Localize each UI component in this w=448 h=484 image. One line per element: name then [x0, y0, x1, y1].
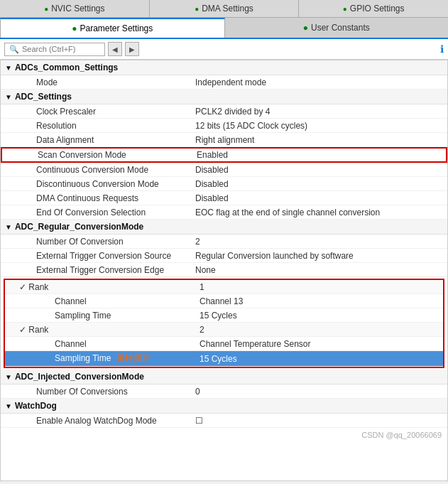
- section-adc-injected-label: ADC_Injected_ConversionMode: [15, 372, 144, 382]
- param-clock-value: PCLK2 divided by 4: [192, 107, 447, 117]
- row-rank1-channel: Channel Channel 13: [5, 294, 443, 308]
- param-align-value: Right alignment: [192, 135, 447, 145]
- chinese-label: 采样周期: [116, 353, 151, 363]
- row-rank2-channel: Channel Channel Temperature Sensor: [5, 337, 443, 351]
- param-eoc-value: EOC flag at the end of single channel co…: [192, 208, 447, 217]
- param-mode-name: Mode: [1, 77, 192, 87]
- tab-dma-settings[interactable]: ● DMA Settings: [150, 0, 300, 17]
- param-wd-name: Enable Analog WatchDog Mode: [1, 416, 192, 426]
- row-num-conversions: Number Of Conversions 0: [1, 384, 447, 399]
- row-ext-trigger-edge: External Trigger Conversion Edge None: [1, 263, 447, 277]
- param-label: Parameter Settings: [80, 23, 153, 33]
- row-continuous-conv: Continuous Conversion Mode Disabled: [1, 163, 447, 177]
- param-r2-channel-name: Channel: [5, 339, 197, 349]
- toolbar: 🔍 ◀ ▶ ℹ: [0, 39, 448, 60]
- rank1-value: 1: [197, 282, 443, 292]
- row-rank1-sampling: Sampling Time 15 Cycles: [5, 308, 443, 323]
- param-discont-value: Disabled: [192, 179, 447, 189]
- param-align-name: Data Alignment: [1, 135, 192, 145]
- param-r2-channel-value: Channel Temperature Sensor: [197, 339, 443, 349]
- rank1-chevron: ✓: [19, 282, 28, 292]
- section-adc-regular: ▼ ADC_Regular_ConversionMode: [1, 220, 447, 235]
- gpio-label: GPIO Settings: [350, 4, 405, 14]
- param-r1-sampling-name: Sampling Time: [5, 311, 197, 321]
- row-num-conversion: Number Of Conversion 2: [1, 235, 447, 249]
- nav-next-button[interactable]: ▶: [125, 42, 139, 56]
- param-res-value: 12 bits (15 ADC Clock cycles): [192, 121, 447, 131]
- chevron-adc-settings: ▼: [5, 93, 12, 101]
- search-input[interactable]: [22, 45, 100, 53]
- param-r2-sampling-value: 15 Cycles: [197, 354, 443, 364]
- param-res-name: Resolution: [1, 121, 192, 131]
- tab-gpio-settings[interactable]: ● GPIO Settings: [299, 0, 448, 17]
- param-numconvs-name: Number Of Conversions: [1, 387, 192, 397]
- param-dma-name: DMA Continuous Requests: [1, 193, 192, 203]
- section-adc-common-label: ADCs_Common_Settings: [15, 63, 118, 72]
- chevron-watchdog: ▼: [5, 402, 12, 410]
- rank1-label: ✓ Rank: [5, 282, 197, 292]
- nvic-label: NVIC Settings: [51, 4, 104, 14]
- top-tab-bar: ● NVIC Settings ● DMA Settings ● GPIO Se…: [0, 0, 448, 18]
- param-extedge-value: None: [192, 265, 447, 275]
- section-adc-settings-label: ADC_Settings: [15, 92, 72, 102]
- param-dot: ●: [72, 23, 77, 33]
- row-data-alignment: Data Alignment Right alignment: [1, 133, 447, 147]
- search-icon: 🔍: [9, 45, 19, 54]
- param-r1-sampling-value: 15 Cycles: [197, 311, 443, 321]
- param-dma-value: Disabled: [192, 193, 447, 203]
- section-adc-common: ▼ ADCs_Common_Settings: [1, 60, 447, 75]
- row-mode: Mode Independent mode: [1, 75, 447, 90]
- row-enable-watchdog: Enable Analog WatchDog Mode ☐: [1, 414, 447, 428]
- param-scan-value: Enabled: [194, 150, 446, 160]
- section-watchdog-label: WatchDog: [15, 401, 57, 411]
- rank2-value: 2: [197, 325, 443, 335]
- rank2-label: ✓ Rank: [5, 325, 197, 335]
- watermark: CSDN @qq_20066069: [1, 428, 447, 442]
- second-tab-bar: ● Parameter Settings ● User Constants: [0, 18, 448, 39]
- param-numconv-value: 2: [192, 237, 447, 247]
- chevron-adc-injected: ▼: [5, 373, 12, 381]
- row-resolution: Resolution 12 bits (15 ADC Clock cycles): [1, 119, 447, 133]
- row-rank2-sampling[interactable]: Sampling Time 采样周期 15 Cycles: [5, 351, 443, 367]
- row-rank1: ✓ Rank 1: [5, 280, 443, 294]
- section-adc-regular-label: ADC_Regular_ConversionMode: [15, 222, 143, 232]
- param-cont-name: Continuous Conversion Mode: [1, 165, 192, 175]
- param-clock-name: Clock Prescaler: [1, 107, 192, 117]
- section-watchdog: ▼ WatchDog: [1, 399, 447, 414]
- param-r1-channel-value: Channel 13: [197, 296, 443, 306]
- param-r1-channel-name: Channel: [5, 296, 197, 306]
- param-eoc-name: End Of Conversion Selection: [1, 208, 192, 217]
- dma-dot: ●: [195, 5, 199, 13]
- row-discont-conv: Discontinuous Conversion Mode Disabled: [1, 177, 447, 191]
- param-discont-name: Discontinuous Conversion Mode: [1, 179, 192, 189]
- tab-user-constants[interactable]: ● User Constants: [225, 18, 449, 38]
- param-exttrig-name: External Trigger Conversion Source: [1, 251, 192, 261]
- section-adc-injected: ▼ ADC_Injected_ConversionMode: [1, 370, 447, 384]
- user-dot: ●: [303, 23, 308, 33]
- info-button[interactable]: ℹ: [440, 43, 444, 55]
- param-scan-name: Scan Conversion Mode: [2, 150, 194, 160]
- row-dma-cont: DMA Continuous Requests Disabled: [1, 191, 447, 205]
- param-wd-value: ☐: [192, 416, 447, 426]
- param-cont-value: Disabled: [192, 165, 447, 175]
- chevron-adc-common: ▼: [5, 64, 12, 72]
- chevron-adc-regular: ▼: [5, 223, 12, 231]
- nav-prev-button[interactable]: ◀: [108, 42, 122, 56]
- tab-nvic-settings[interactable]: ● NVIC Settings: [0, 0, 150, 17]
- row-ext-trigger-src: External Trigger Conversion Source Regul…: [1, 249, 447, 263]
- param-numconvs-value: 0: [192, 387, 447, 397]
- tab-parameter-settings[interactable]: ● Parameter Settings: [0, 18, 225, 38]
- dma-label: DMA Settings: [202, 4, 253, 14]
- rank2-chevron: ✓: [19, 325, 28, 335]
- rank-groups-container: ✓ Rank 1 Channel Channel 13 Sampling Tim…: [4, 279, 444, 368]
- param-mode-value: Independent mode: [192, 77, 447, 87]
- search-box[interactable]: 🔍: [4, 43, 105, 56]
- section-adc-settings: ▼ ADC_Settings: [1, 90, 447, 104]
- parameter-content: ▼ ADCs_Common_Settings Mode Independent …: [0, 60, 448, 481]
- row-rank2: ✓ Rank 2: [5, 323, 443, 337]
- param-r2-sampling-name: Sampling Time 采样周期: [5, 353, 197, 365]
- nvic-dot: ●: [44, 5, 48, 13]
- param-exttrig-value: Regular Conversion launched by software: [192, 251, 447, 261]
- row-scan-conversion: Scan Conversion Mode Enabled: [1, 147, 447, 163]
- row-clock-prescaler: Clock Prescaler PCLK2 divided by 4: [1, 104, 447, 119]
